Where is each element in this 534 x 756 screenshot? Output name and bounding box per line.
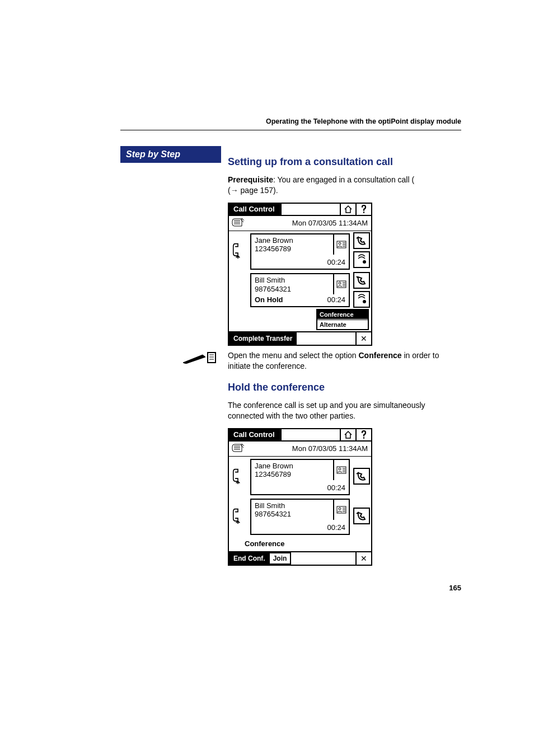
menu-item-conference[interactable]: Conference [317,310,368,320]
complete-transfer-button[interactable]: Complete Transfer [229,332,297,345]
contact-card-icon[interactable] [334,274,349,294]
phone-handset-icon [229,457,247,496]
caller1-number: 123456789 [255,245,331,253]
page-number: 165 [0,584,461,592]
section2-body: The conference call is set up and you ar… [228,400,461,421]
p2-caller1-timer: 00:24 [251,480,349,494]
record-icon[interactable] [353,291,370,308]
svg-point-1 [339,242,341,245]
p2-caller2-name: Bill Smith [255,501,331,510]
p2-caller2-timer: 00:24 [251,520,349,534]
phone-handset-icon [229,231,247,271]
section-title-setup: Setting up from a consultation call [228,156,461,168]
conference-label: Conference [229,536,371,551]
record-icon[interactable] [353,251,370,268]
caller2-number: 987654321 [255,285,331,294]
svg-rect-6 [208,353,216,363]
datetime-text: Mon 07/03/05 11:34AM [247,217,371,229]
context-menu: Conference Alternate [316,309,369,330]
end-conf-button[interactable]: End Conf. [229,552,270,565]
call-control-tab[interactable]: Call Control [229,204,282,215]
svg-point-5 [363,300,366,303]
svg-point-4 [339,282,341,284]
p2-caller1-number: 123456789 [255,470,331,479]
contact-card-icon[interactable] [334,500,349,520]
datetime-text: Mon 07/03/05 11:34AM [247,443,371,454]
home-icon[interactable] [340,429,355,440]
prerequisite-text: Prerequisite: You are engaged in a consu… [228,175,461,196]
step-by-step-heading: Step by Step [120,146,221,163]
handset-active-icon[interactable] [353,468,370,485]
svg-point-8 [339,468,341,470]
notepad-icon [229,442,247,456]
contact-card-icon[interactable] [334,460,349,480]
close-icon[interactable]: ✕ [355,332,371,345]
p2-caller2-number: 987654321 [255,510,331,519]
running-header: Operating the Telephone with the optiPoi… [120,118,461,130]
instruction-text: Open the menu and select the option Conf… [228,350,461,372]
notepad-icon [229,216,247,231]
caller2-name: Bill Smith [255,276,331,285]
caller1-name: Jane Brown [255,236,331,245]
header-rule: Operating the Telephone with the optiPoi… [120,0,461,130]
svg-point-2 [363,260,366,264]
on-hold-label: On Hold [255,295,283,304]
prerequisite-label: Prerequisite [228,175,273,184]
phone-display-2: Call Control Mon 07/03/05 11:34AM [228,428,372,566]
help-icon[interactable] [355,204,371,215]
phone-display-1: Call Control Mon 07/03/05 11:34AM [228,203,372,346]
page: Operating the Telephone with the optiPoi… [0,0,534,626]
help-icon[interactable] [355,429,371,440]
home-icon[interactable] [340,204,355,215]
pen-icon [183,350,217,364]
handset-hold-icon[interactable] [353,272,370,289]
join-button[interactable]: Join [270,552,292,565]
p2-caller1-name: Jane Brown [255,462,331,471]
close-icon[interactable]: ✕ [355,552,371,565]
page-ref[interactable]: (→ page 157) [228,186,276,195]
caller2-timer: 00:24 [327,295,345,304]
phone-handset-icon [229,496,247,536]
handset-active-icon[interactable] [353,232,370,249]
handset-active-icon[interactable] [353,508,370,524]
call-control-tab[interactable]: Call Control [229,429,282,440]
caller1-timer: 00:24 [251,255,349,269]
svg-point-10 [339,508,341,510]
contact-card-icon[interactable] [334,234,349,255]
menu-item-alternate[interactable]: Alternate [317,320,368,329]
section-title-hold: Hold the conference [228,382,461,393]
